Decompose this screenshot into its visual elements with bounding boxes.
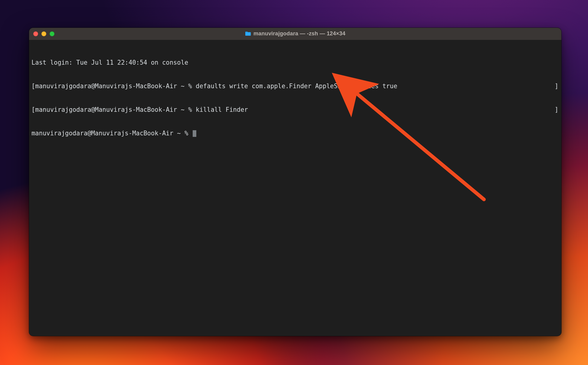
line-text: Last login: Tue Jul 11 22:40:54 on conso… <box>31 59 188 66</box>
titlebar[interactable]: manuvirajgodara — -zsh — 124×34 <box>29 28 561 40</box>
close-button[interactable] <box>33 31 38 36</box>
terminal-line: Last login: Tue Jul 11 22:40:54 on conso… <box>31 59 559 66</box>
window-title: manuvirajgodara — -zsh — 124×34 <box>253 31 345 37</box>
line-text: manuvirajgodara@Manuvirajs-MacBook-Air ~… <box>35 106 248 113</box>
terminal-line: [manuvirajgodara@Manuvirajs-MacBook-Air … <box>31 106 559 114</box>
terminal-body[interactable]: Last login: Tue Jul 11 22:40:54 on conso… <box>29 40 561 336</box>
terminal-window[interactable]: manuvirajgodara — -zsh — 124×34 Last log… <box>29 28 561 336</box>
line-text: manuvirajgodara@Manuvirajs-MacBook-Air ~… <box>35 82 397 90</box>
cursor <box>193 130 196 137</box>
line-text: manuvirajgodara@Manuvirajs-MacBook-Air ~… <box>31 130 192 137</box>
terminal-prompt-line: manuvirajgodara@Manuvirajs-MacBook-Air ~… <box>31 129 559 137</box>
zoom-button[interactable] <box>50 31 54 36</box>
traffic-lights <box>29 31 54 36</box>
home-folder-icon <box>245 31 251 36</box>
minimize-button[interactable] <box>41 31 46 36</box>
terminal-line: [manuvirajgodara@Manuvirajs-MacBook-Air … <box>31 82 559 90</box>
